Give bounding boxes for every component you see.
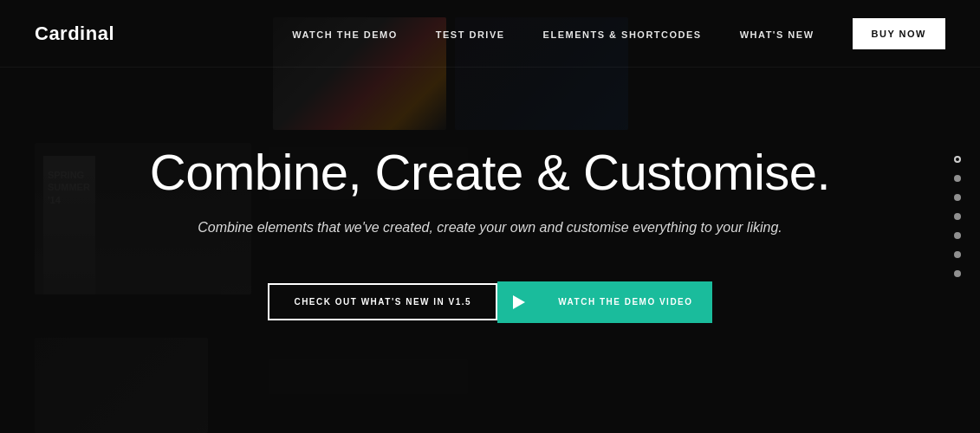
nav-link-watch-demo[interactable]: WATCH THE DEMO xyxy=(273,29,417,40)
scroll-dot-5[interactable] xyxy=(954,232,961,239)
nav-link-test-drive[interactable]: TEST DRIVE xyxy=(417,29,524,40)
nav-link-elements[interactable]: ELEMENTS & SHORTCODES xyxy=(524,29,721,40)
demo-play-icon[interactable] xyxy=(497,281,539,323)
scroll-dot-4[interactable] xyxy=(954,213,961,220)
whats-new-button[interactable]: CHECK OUT WHAT'S NEW IN V1.5 xyxy=(268,283,497,320)
demo-video-label: WATCH THE DEMO VIDEO xyxy=(539,281,711,323)
scroll-dot-2[interactable] xyxy=(954,175,961,182)
nav-item-watch-demo[interactable]: WATCH THE DEMO xyxy=(273,26,417,42)
cta-buttons: CHECK OUT WHAT'S NEW IN V1.5 WATCH THE D… xyxy=(268,281,711,323)
nav-links: WATCH THE DEMO TEST DRIVE ELEMENTS & SHO… xyxy=(273,26,833,42)
demo-video-button[interactable]: WATCH THE DEMO VIDEO xyxy=(497,281,711,323)
nav-item-elements[interactable]: ELEMENTS & SHORTCODES xyxy=(524,26,721,42)
scroll-dot-3[interactable] xyxy=(954,194,961,201)
hero-subheadline: Combine elements that we've created, cre… xyxy=(198,217,782,238)
scroll-dot-1[interactable] xyxy=(954,156,961,163)
nav-item-test-drive[interactable]: TEST DRIVE xyxy=(417,26,524,42)
nav-link-whats-new[interactable]: WHAT'S NEW xyxy=(721,29,834,40)
navbar: Cardinal WATCH THE DEMO TEST DRIVE ELEME… xyxy=(0,0,980,68)
buy-now-button[interactable]: BUY NOW xyxy=(853,18,945,49)
scroll-dots xyxy=(954,156,961,277)
hero-headline: Combine, Create & Customise. xyxy=(150,145,830,200)
scroll-dot-7[interactable] xyxy=(954,270,961,277)
logo[interactable]: Cardinal xyxy=(35,23,114,45)
nav-item-whats-new[interactable]: WHAT'S NEW xyxy=(721,26,834,42)
play-triangle-icon xyxy=(513,295,525,309)
scroll-dot-6[interactable] xyxy=(954,251,961,258)
